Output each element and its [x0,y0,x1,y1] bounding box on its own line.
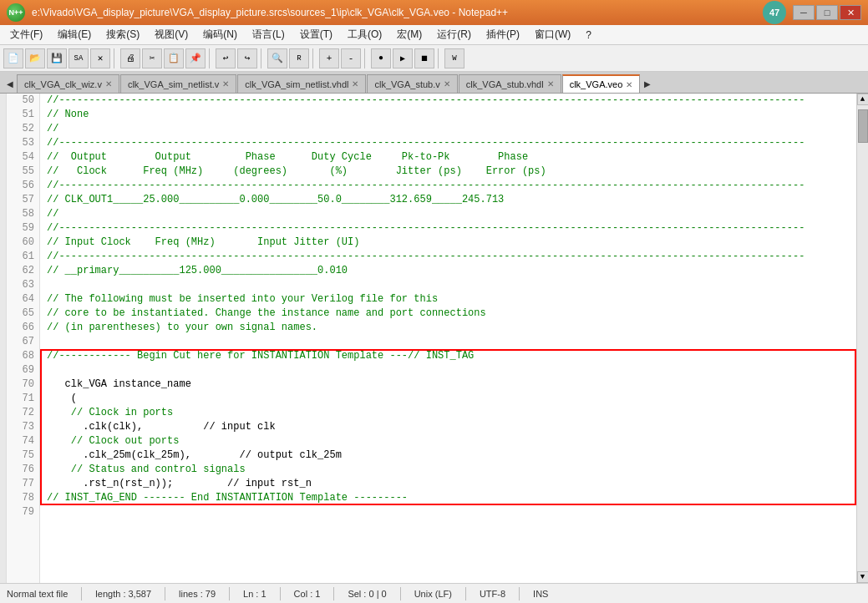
line-number: 57 [7,193,39,207]
menu-file[interactable]: 文件(F) [3,26,49,43]
new-button[interactable]: 📄 [3,48,23,68]
menu-run[interactable]: 运行(R) [430,26,478,43]
tab-close-5[interactable]: ✕ [547,79,554,89]
tab-close-4[interactable]: ✕ [444,79,450,89]
toolbar: 📄 📂 💾 SA ✕ 🖨 ✂ 📋 📌 ↩ ↪ 🔍 R + - ● ▶ ⏹ W [0,45,868,72]
scroll-thumb[interactable] [858,109,868,143]
macro-stop-button[interactable]: ⏹ [414,48,434,68]
menu-settings[interactable]: 设置(T) [293,26,339,43]
toolbar-separator-6 [438,48,441,68]
line-number: 71 [7,392,39,406]
window-title: e:\Vivado\VGA_display_picture\VGA_displa… [32,7,763,18]
menu-search[interactable]: 搜索(S) [99,26,146,43]
code-display[interactable]: //--------------------------------------… [40,94,856,519]
replace-button[interactable]: R [289,48,309,68]
lines-info: lines : 79 [179,589,216,599]
close-doc-button[interactable]: ✕ [90,48,110,68]
menu-help[interactable]: ? [579,28,598,43]
line-number: 59 [7,221,39,236]
code-line: //--------------------------------------… [47,136,850,150]
code-line: // Output Output Phase Duty Cycle Pk-to-… [47,150,850,165]
tab-sim-netlist-vhdl[interactable]: clk_VGA_sim_netlist.vhdl ✕ [237,74,366,93]
toolbar-separator-5 [364,48,368,68]
cut-button[interactable]: ✂ [142,48,162,68]
code-line: .clk_25m(clk_25m), // output clk_25m [47,448,850,463]
status-sep-8 [519,587,520,600]
paste-button[interactable]: 📌 [185,48,206,68]
close-button[interactable]: ✕ [840,5,861,20]
tab-close-3[interactable]: ✕ [352,79,358,89]
find-button[interactable]: 🔍 [267,48,287,68]
tab-close-2[interactable]: ✕ [222,79,229,89]
tab-close-1[interactable]: ✕ [105,79,112,89]
line-number: 51 [7,108,39,122]
save-all-button[interactable]: SA [69,48,89,68]
menu-edit[interactable]: 编辑(E) [51,26,98,43]
tab-veo-active[interactable]: clk_VGA.veo ✕ [562,74,641,93]
line-number: 66 [7,321,39,335]
line-number: 65 [7,307,39,321]
toolbar-separator-2 [209,48,212,68]
tab-stub-vhdl[interactable]: clk_VGA_stub.vhdl ✕ [459,74,561,93]
code-line: // CLK_OUT1_____25.000__________0.000___… [47,193,850,207]
menu-tools[interactable]: 工具(O) [341,26,388,43]
tab-clk-wiz[interactable]: clk_VGA_clk_wiz.v ✕ [17,74,119,93]
toolbar-separator-1 [114,48,117,68]
menu-language[interactable]: 语言(L) [246,26,292,43]
code-line: // [47,122,850,136]
macro-record-button[interactable]: ● [371,48,391,68]
wrap-button[interactable]: W [444,48,464,68]
tab-scroll-right[interactable]: ▶ [641,74,654,93]
line-number: 67 [7,335,39,349]
macro-play-button[interactable]: ▶ [393,48,413,68]
status-sep-5 [333,587,334,600]
scroll-up-arrow[interactable]: ▲ [857,94,869,105]
status-sep-1 [81,587,82,600]
line-number: 61 [7,250,39,264]
bookmark-margin [0,94,7,583]
code-line: // The following must be inserted into y… [47,292,850,307]
encoding: UTF-8 [480,589,505,599]
zoom-out-button[interactable]: - [341,48,361,68]
menu-window[interactable]: 窗口(W) [528,26,577,43]
menu-plugins[interactable]: 插件(P) [480,26,526,43]
line-number: 79 [7,505,39,519]
vertical-scrollbar[interactable]: ▲ ▼ [856,94,868,583]
copy-button[interactable]: 📋 [164,48,184,68]
code-line: //--------------------------------------… [47,94,850,108]
zoom-in-button[interactable]: + [319,48,339,68]
tab-sim-netlist-v[interactable]: clk_VGA_sim_netlist.v ✕ [120,74,236,93]
line-number: 70 [7,378,39,392]
code-line: // __primary__________125.000___________… [47,264,850,278]
line-number: 50 [7,94,39,108]
line-number: 77 [7,477,39,491]
menu-view[interactable]: 视图(V) [148,26,195,43]
code-line [47,505,850,519]
undo-button[interactable]: ↩ [216,48,236,68]
minimize-button[interactable]: ─ [793,5,815,20]
tab-scroll-left[interactable]: ◀ [3,74,17,93]
scroll-track[interactable] [857,105,869,571]
code-line: // [47,207,850,221]
redo-button[interactable]: ↪ [237,48,257,68]
maximize-button[interactable]: □ [816,5,838,20]
scroll-down-arrow[interactable]: ▼ [857,571,869,583]
editor-content[interactable]: //--------------------------------------… [40,94,856,583]
status-sep-2 [165,587,165,600]
code-line: // None [47,108,850,122]
line-number: 73 [7,420,39,434]
line-number: 55 [7,165,39,179]
line-number: 62 [7,264,39,278]
print-button[interactable]: 🖨 [120,48,140,68]
line-number: 72 [7,406,39,420]
app-logo: N++ [7,3,25,22]
code-line [47,363,850,378]
save-button[interactable]: 💾 [47,48,67,68]
line-number: 58 [7,207,39,221]
line-ending: Unix (LF) [414,589,452,599]
menu-encoding[interactable]: 编码(N) [196,26,244,43]
tab-close-6[interactable]: ✕ [626,80,632,89]
open-button[interactable]: 📂 [25,48,45,68]
tab-stub-v[interactable]: clk_VGA_stub.v ✕ [367,74,457,93]
menu-macro[interactable]: 宏(M) [390,26,429,43]
